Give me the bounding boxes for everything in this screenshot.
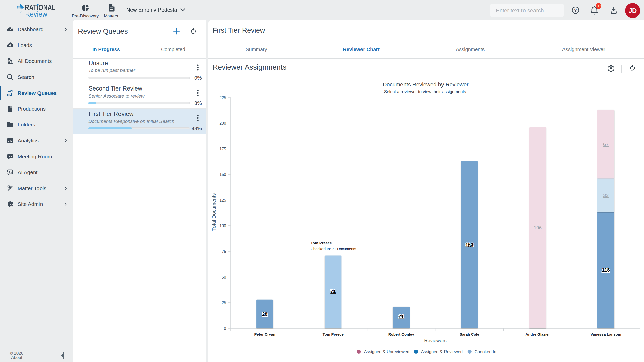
svg-text:28: 28 bbox=[262, 311, 267, 317]
svg-text:71: 71 bbox=[330, 289, 336, 294]
svg-text:67: 67 bbox=[603, 142, 609, 147]
svg-text:150: 150 bbox=[219, 172, 226, 177]
svg-text:Reviewers: Reviewers bbox=[424, 338, 447, 343]
svg-text:Vanessa Lansom: Vanessa Lansom bbox=[591, 332, 621, 336]
svg-text:200: 200 bbox=[219, 121, 226, 125]
svg-text:21: 21 bbox=[398, 314, 404, 319]
svg-text:Tom Preece: Tom Preece bbox=[323, 332, 344, 336]
svg-text:25: 25 bbox=[222, 301, 226, 305]
svg-text:Peter Cryan: Peter Cryan bbox=[254, 332, 275, 336]
svg-text:Assigned & Reviewed: Assigned & Reviewed bbox=[421, 349, 463, 354]
svg-text:Tom Preece: Tom Preece bbox=[311, 241, 332, 245]
svg-text:100: 100 bbox=[219, 224, 226, 228]
svg-text:Checked In: 71 Documents: Checked In: 71 Documents bbox=[311, 247, 356, 251]
svg-text:Documents Reviewed by Reviewer: Documents Reviewed by Reviewer bbox=[383, 81, 468, 88]
svg-text:0: 0 bbox=[224, 326, 226, 331]
svg-text:Select a reviewer to view thei: Select a reviewer to view their assignme… bbox=[384, 89, 467, 94]
svg-text:33: 33 bbox=[603, 193, 609, 198]
svg-text:75: 75 bbox=[222, 249, 226, 254]
svg-text:125: 125 bbox=[219, 198, 226, 202]
svg-text:225: 225 bbox=[219, 96, 226, 100]
svg-text:163: 163 bbox=[465, 242, 473, 247]
svg-text:Assigned & Unreviewed: Assigned & Unreviewed bbox=[364, 349, 409, 354]
svg-text:113: 113 bbox=[602, 267, 610, 273]
svg-text:Sarah Cole: Sarah Cole bbox=[460, 332, 479, 336]
svg-text:e: e bbox=[11, 204, 12, 207]
svg-text:50: 50 bbox=[222, 275, 226, 279]
svg-text:Robert Conley: Robert Conley bbox=[388, 332, 414, 336]
svg-text:Total Documents: Total Documents bbox=[211, 193, 217, 231]
svg-text:175: 175 bbox=[219, 147, 226, 151]
svg-text:?: ? bbox=[574, 8, 577, 13]
svg-text:Checked In: Checked In bbox=[475, 349, 496, 354]
svg-text:196: 196 bbox=[534, 225, 542, 230]
svg-text:Andre Glazier: Andre Glazier bbox=[526, 332, 550, 336]
